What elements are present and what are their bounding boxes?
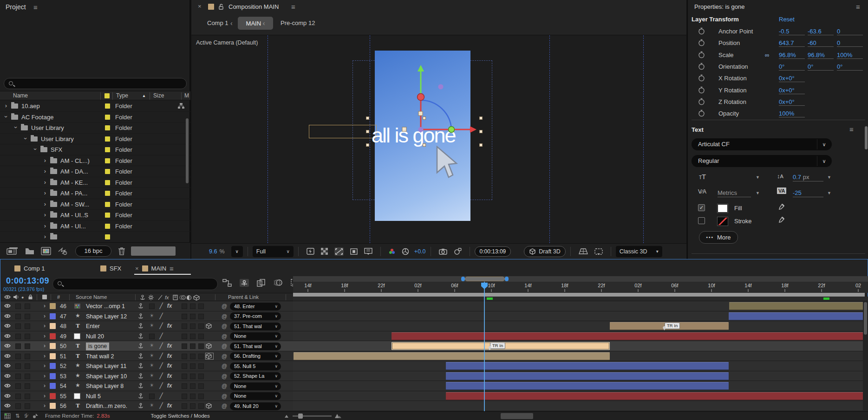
chevron-right-icon[interactable]: ›: [44, 313, 46, 319]
frame-blend-cell[interactable]: [182, 374, 187, 379]
chevron-down-icon[interactable]: ›: [32, 147, 39, 152]
new-folder-icon[interactable]: [25, 247, 34, 255]
frame-blend-cell[interactable]: [182, 323, 187, 329]
adjustment-cell[interactable]: [198, 314, 204, 319]
leading-dropdown-icon[interactable]: ▼: [827, 175, 831, 180]
timeline-search-input[interactable]: [52, 278, 218, 290]
shy-switch[interactable]: [138, 373, 145, 379]
quality-switch[interactable]: ╱: [157, 373, 165, 379]
layer-duration-bar[interactable]: [392, 332, 868, 340]
label-color-swatch[interactable]: [105, 103, 110, 109]
fill-color-swatch[interactable]: [718, 204, 728, 213]
layer-color-swatch[interactable]: [50, 343, 56, 349]
label-color-swatch[interactable]: [105, 158, 110, 163]
layer-marker[interactable]: TR In: [490, 342, 505, 349]
collapse-switch[interactable]: ☀: [148, 353, 156, 359]
layer-row[interactable]: ›49Null 20╱@None∨: [0, 331, 868, 342]
sort-arrow-icon[interactable]: ▲: [142, 94, 146, 98]
chevron-right-icon[interactable]: ›: [44, 373, 46, 379]
parent-link-select[interactable]: None∨: [230, 392, 281, 400]
marker-lane[interactable]: [293, 297, 868, 301]
layer-track[interactable]: [293, 361, 868, 371]
transform-value[interactable]: 0x+0°: [779, 98, 805, 106]
layer-name[interactable]: Shape Layer 8: [86, 383, 124, 389]
timeline-horizontal-scrollbar[interactable]: [501, 413, 533, 419]
frame-blend-cell[interactable]: [182, 334, 187, 339]
layer-track[interactable]: TR In: [293, 321, 868, 331]
parent-pickwhip-icon[interactable]: @: [222, 363, 227, 369]
stopwatch-icon[interactable]: [698, 39, 705, 46]
guides-options-icon[interactable]: [350, 248, 358, 255]
layer-duration-bar[interactable]: [446, 382, 729, 390]
motion-blur-cell[interactable]: [190, 403, 196, 409]
transform-value[interactable]: -60: [808, 39, 834, 47]
stroke-checkbox[interactable]: [698, 217, 705, 224]
layer-track[interactable]: [293, 301, 868, 311]
render-grid-icon[interactable]: [4, 413, 11, 419]
label-color-swatch[interactable]: [105, 115, 110, 120]
frame-blend-cell[interactable]: [182, 403, 187, 409]
snapshot-slot-icon[interactable]: 9́∕: [25, 414, 28, 419]
timeline-tab-comp-1[interactable]: Comp 1: [14, 262, 45, 274]
viewer-tab-menu-icon[interactable]: ≡: [291, 3, 295, 11]
layer-name[interactable]: Null 20: [86, 333, 104, 340]
layer-name[interactable]: is gone: [86, 342, 109, 350]
column-parent-link[interactable]: Parent & Link: [228, 294, 259, 300]
project-tree-row[interactable]: ›: [0, 232, 190, 242]
eye-icon[interactable]: [4, 394, 11, 398]
motion-blur-cell[interactable]: [190, 304, 196, 309]
quality-switch[interactable]: ╱: [157, 362, 165, 369]
selection-handle[interactable]: [366, 116, 369, 120]
zoom-value[interactable]: 9.6: [209, 248, 217, 255]
playhead-line[interactable]: [484, 282, 485, 411]
navigator-start-handle[interactable]: [461, 277, 465, 281]
layer-row[interactable]: ›52★Shape Layer 11☀╱fx@55. Null 5∨: [0, 361, 868, 371]
collapse-switch[interactable]: ☀: [148, 342, 156, 349]
quality-switch[interactable]: ╱: [157, 313, 165, 319]
motion-blur-cell[interactable]: [190, 363, 196, 369]
breadcrumb-current[interactable]: MAIN ‹: [238, 17, 273, 30]
layer-row[interactable]: ›55Null 5╱@None∨: [0, 391, 868, 401]
shy-switch[interactable]: [138, 303, 145, 309]
resolution-select[interactable]: Full∨: [253, 246, 294, 257]
layer-duration-bar[interactable]: [446, 392, 868, 400]
chevron-right-icon[interactable]: ›: [44, 362, 46, 369]
show-snapshot-icon[interactable]: [454, 248, 462, 255]
frame-blend-cell[interactable]: [182, 304, 187, 309]
rgb-channels-icon[interactable]: [389, 248, 395, 255]
column-size[interactable]: Size: [153, 92, 164, 99]
frame-blend-cell[interactable]: [182, 343, 187, 349]
transform-value[interactable]: 100%: [837, 52, 863, 59]
layer-color-swatch[interactable]: [50, 313, 56, 319]
layer-name[interactable]: Shape Layer 10: [86, 373, 127, 380]
chevron-right-icon[interactable]: ›: [4, 102, 8, 109]
layer-track[interactable]: [293, 381, 868, 391]
eye-icon[interactable]: [4, 403, 11, 408]
transform-value[interactable]: 0°: [808, 63, 834, 71]
project-tree-row[interactable]: ›AM - UI..SFolder: [0, 210, 190, 221]
parent-link-select[interactable]: 51. That wal∨: [230, 342, 281, 350]
project-tree-row[interactable]: ›SFXFolder: [0, 144, 190, 155]
label-color-swatch[interactable]: [105, 234, 110, 239]
frame-blend-cell[interactable]: [182, 394, 187, 399]
lock-cell[interactable]: [25, 383, 30, 389]
parent-link-select[interactable]: 51. That wal∨: [230, 323, 281, 330]
fill-checkbox[interactable]: ✓: [698, 204, 705, 211]
eye-icon[interactable]: [4, 354, 11, 358]
timeline-tab-sfx[interactable]: SFX: [100, 262, 121, 274]
parent-link-select[interactable]: 37. Pre-com∨: [230, 312, 281, 320]
parent-link-select[interactable]: 48. Enter∨: [230, 303, 281, 310]
trash-icon[interactable]: [118, 247, 125, 255]
parent-pickwhip-icon[interactable]: @: [222, 333, 227, 340]
layer-name[interactable]: Draftin...m zero.: [86, 403, 127, 409]
reset-button[interactable]: Reset: [779, 16, 795, 23]
exposure-icon[interactable]: [402, 248, 409, 255]
close-tab-icon[interactable]: ×: [135, 265, 139, 272]
label-color-swatch[interactable]: [105, 191, 110, 196]
eye-icon[interactable]: [4, 323, 11, 328]
project-column-headers[interactable]: Name Type ▲ Size M: [0, 91, 190, 100]
adjustment-cell[interactable]: [198, 363, 204, 369]
audio-cell[interactable]: [15, 363, 21, 369]
project-tree-row[interactable]: ›User LibraryFolder: [0, 123, 190, 134]
video-column-icon[interactable]: [4, 295, 11, 299]
